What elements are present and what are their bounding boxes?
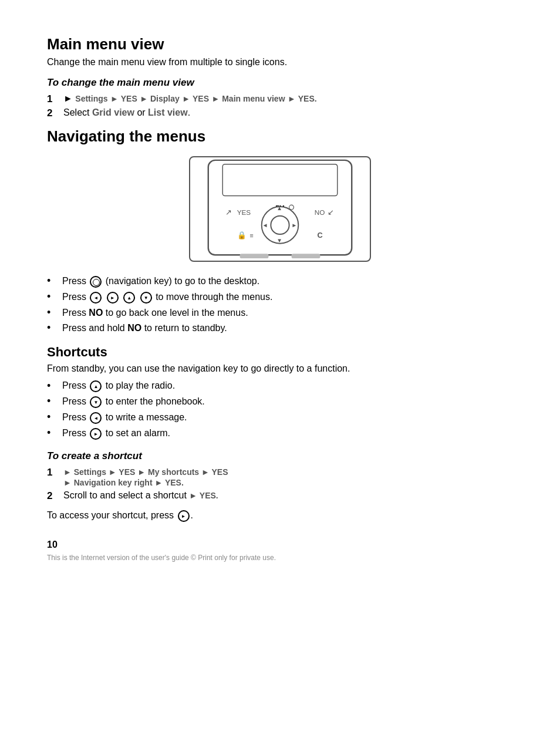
shortcut-dot-2: • — [47, 395, 60, 407]
phone-diagram: YES ↗ NO ↙ FM ▲ ▼ ◄ ► — [47, 156, 513, 262]
bullet-no-back: • Press NO to go back one level in the m… — [47, 306, 513, 319]
shortcut-dot-4: • — [47, 427, 60, 439]
step-2-content: Select Grid view or List view. — [63, 107, 513, 118]
bullet-dot-3: • — [47, 306, 60, 319]
bullet-dot-4: • — [47, 322, 60, 334]
create-shortcut-subtitle: To create a shortcut — [47, 450, 513, 462]
svg-text:▼: ▼ — [276, 237, 282, 244]
main-menu-view-desc: Change the main menu view from multiple … — [47, 57, 513, 68]
shortcut-bullet-alarm: • Press ► to set an alarm. — [47, 427, 513, 440]
shortcut-text-4: Press ► to set an alarm. — [62, 428, 170, 440]
shortcut-text-2: Press ▼ to enter the phonebook. — [62, 396, 205, 408]
shortcut-step-1-num: 1 — [47, 467, 60, 478]
nav-right-icon: ► — [107, 292, 119, 304]
change-main-menu-subtitle: To change the main menu view — [47, 77, 513, 89]
svg-text:NO: NO — [315, 208, 325, 216]
nav-up-icon: ▲ — [123, 292, 135, 304]
create-shortcut-steps: 1 ► Settings ► YES ► My shortcuts ► YES … — [47, 467, 513, 502]
shortcuts-section: Shortcuts From standby, you can use the … — [47, 345, 513, 522]
svg-text:◄: ◄ — [262, 222, 268, 228]
svg-rect-17 — [240, 254, 269, 258]
svg-point-9 — [271, 216, 289, 234]
footer-note: This is the Internet version of the user… — [47, 554, 513, 562]
shortcuts-desc: From standby, you can use the navigation… — [47, 363, 513, 374]
shortcut-bullet-radio: • Press ▲ to play the radio. — [47, 380, 513, 393]
shortcut-step-1-content: ► Settings ► YES ► My shortcuts ► YES ► … — [63, 467, 513, 488]
shortcut-up-icon: ▲ — [90, 380, 102, 392]
bullet-text-4: Press and hold NO to return to standby. — [62, 323, 227, 333]
svg-text:▲: ▲ — [276, 205, 282, 211]
svg-rect-18 — [292, 254, 321, 258]
access-right-icon: ► — [178, 510, 190, 522]
shortcut-dot-3: • — [47, 411, 60, 423]
nav-down-icon: ▼ — [140, 292, 152, 304]
shortcut-step-1: 1 ► Settings ► YES ► My shortcuts ► YES … — [47, 467, 513, 488]
bullet-nav-center: • Press (navigation key) to go to the de… — [47, 275, 513, 288]
shortcut-right-icon: ► — [90, 428, 102, 440]
shortcut-text-1: Press ▲ to play the radio. — [62, 380, 175, 392]
shortcuts-bullets: • Press ▲ to play the radio. • Press ▼ t… — [47, 380, 513, 440]
svg-text:↙: ↙ — [328, 208, 334, 217]
bullet-no-standby: • Press and hold NO to return to standby… — [47, 322, 513, 334]
phone-image: YES ↗ NO ↙ FM ▲ ▼ ◄ ► — [189, 156, 371, 262]
step-1: 1 ► Settings ► YES ► Display ► YES ► Mai… — [47, 93, 513, 105]
bullet-text-2: Press ◄ ► ▲ ▼ to move through the menus. — [62, 292, 272, 304]
step-1-num: 1 — [47, 93, 60, 105]
shortcut-step-2-content: Scroll to and select a shortcut ► YES. — [63, 490, 513, 501]
bullet-dot-2: • — [47, 291, 60, 303]
shortcut-step-2-num: 2 — [47, 490, 60, 502]
shortcut-down-icon: ▼ — [90, 396, 102, 408]
svg-text:►: ► — [292, 222, 298, 228]
bullet-dot-1: • — [47, 275, 60, 287]
shortcut-access-text: To access your shortcut, press ►. — [47, 510, 513, 522]
shortcut-dot-1: • — [47, 380, 60, 392]
shortcut-bullet-phonebook: • Press ▼ to enter the phonebook. — [47, 395, 513, 408]
svg-text:≡: ≡ — [249, 232, 253, 239]
navigating-bullets: • Press (navigation key) to go to the de… — [47, 275, 513, 334]
main-menu-view-title: Main menu view — [47, 35, 513, 53]
change-main-menu-steps: 1 ► Settings ► YES ► Display ► YES ► Mai… — [47, 93, 513, 119]
shortcut-bullet-message: • Press ◄ to write a message. — [47, 411, 513, 424]
shortcut-text-3: Press ◄ to write a message. — [62, 412, 187, 424]
svg-text:C: C — [318, 231, 323, 240]
step-2: 2 Select Grid view or List view. — [47, 107, 513, 119]
svg-text:YES: YES — [237, 208, 251, 216]
svg-rect-1 — [222, 164, 338, 196]
bullet-text-1: Press (navigation key) to go to the desk… — [62, 276, 259, 288]
nav-center-icon — [90, 276, 102, 288]
navigating-menus-section: Navigating the menus YES ↗ NO ↙ FM — [47, 127, 513, 334]
step-2-num: 2 — [47, 107, 60, 119]
bullet-text-3: Press NO to go back one level in the men… — [62, 308, 248, 318]
shortcut-step-2: 2 Scroll to and select a shortcut ► YES. — [47, 490, 513, 502]
svg-text:🔒: 🔒 — [237, 231, 247, 240]
shortcuts-title: Shortcuts — [47, 345, 513, 360]
page-footer: 10 This is the Internet version of the u… — [47, 540, 513, 562]
svg-text:↗: ↗ — [225, 208, 232, 217]
navigating-menus-title: Navigating the menus — [47, 127, 513, 146]
main-menu-view-section: Main menu view Change the main menu view… — [47, 35, 513, 119]
bullet-nav-directions: • Press ◄ ► ▲ ▼ to move through the menu… — [47, 291, 513, 304]
nav-left-icon: ◄ — [90, 292, 102, 304]
step-1-content: ► Settings ► YES ► Display ► YES ► Main … — [63, 93, 513, 104]
shortcut-left-icon: ◄ — [90, 412, 102, 424]
page-number: 10 — [47, 540, 513, 550]
